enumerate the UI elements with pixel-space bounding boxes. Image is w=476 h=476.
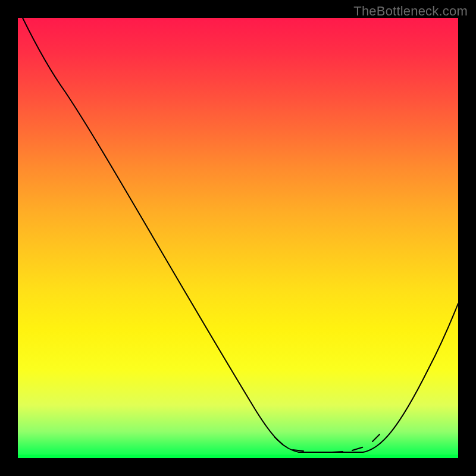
chart-area — [18, 18, 458, 458]
curve-overlay — [18, 18, 458, 458]
watermark-text: TheBottleneck.com — [353, 4, 468, 19]
bottleneck-curve — [23, 18, 458, 452]
